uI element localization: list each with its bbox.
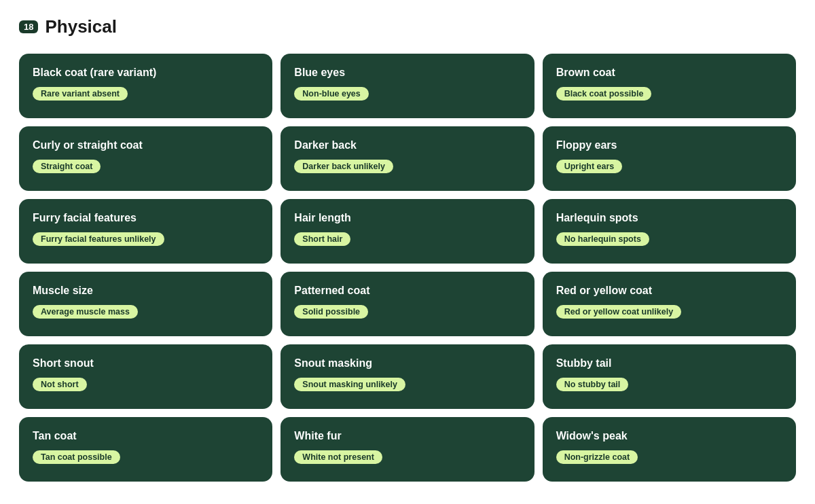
trait-badge: Snout masking unlikely xyxy=(294,378,405,391)
trait-badge: Black coat possible xyxy=(556,87,652,101)
trait-card-muscle-size: Muscle sizeAverage muscle mass xyxy=(19,272,272,336)
trait-title: Hair length xyxy=(294,211,520,226)
section-badge: 18 xyxy=(19,20,38,33)
trait-card-floppy-ears: Floppy earsUpright ears xyxy=(543,126,796,191)
trait-card-hair-length: Hair lengthShort hair xyxy=(280,199,534,264)
trait-card-widows-peak: Widow's peakNon-grizzle coat xyxy=(543,417,796,482)
trait-badge: Not short xyxy=(33,378,87,391)
trait-card-red-yellow-coat: Red or yellow coatRed or yellow coat unl… xyxy=(543,272,796,336)
trait-badge: Upright ears xyxy=(556,160,623,173)
trait-title: Snout masking xyxy=(294,357,520,371)
trait-badge: Rare variant absent xyxy=(33,87,128,101)
trait-title: Short snout xyxy=(33,357,259,371)
trait-title: White fur xyxy=(294,429,520,444)
trait-badge: Non-grizzle coat xyxy=(556,450,638,464)
trait-title: Curly or straight coat xyxy=(33,139,259,153)
trait-badge: Non-blue eyes xyxy=(294,87,368,101)
trait-badge: Darker back unlikely xyxy=(294,160,393,173)
trait-card-patterned-coat: Patterned coatSolid possible xyxy=(280,272,534,336)
page-header: 18 Physical xyxy=(19,16,796,37)
trait-card-stubby-tail: Stubby tailNo stubby tail xyxy=(543,344,796,409)
trait-badge: Straight coat xyxy=(33,160,101,173)
trait-title: Widow's peak xyxy=(556,429,782,444)
trait-card-blue-eyes: Blue eyesNon-blue eyes xyxy=(280,54,534,118)
trait-badge: Short hair xyxy=(294,232,350,246)
trait-title: Tan coat xyxy=(33,429,259,444)
trait-card-tan-coat: Tan coatTan coat possible xyxy=(19,417,272,482)
trait-card-white-fur: White furWhite not present xyxy=(280,417,534,482)
trait-card-short-snout: Short snoutNot short xyxy=(19,344,272,409)
trait-title: Darker back xyxy=(294,139,520,153)
trait-badge: Furry facial features unlikely xyxy=(33,232,164,246)
traits-grid: Black coat (rare variant)Rare variant ab… xyxy=(19,54,796,482)
trait-title: Black coat (rare variant) xyxy=(33,66,259,80)
trait-card-harlequin-spots: Harlequin spotsNo harlequin spots xyxy=(543,199,796,264)
trait-card-curly-straight-coat: Curly or straight coatStraight coat xyxy=(19,126,272,191)
trait-title: Blue eyes xyxy=(294,66,520,80)
trait-card-brown-coat: Brown coatBlack coat possible xyxy=(543,54,796,118)
trait-badge: Red or yellow coat unlikely xyxy=(556,305,681,319)
trait-title: Patterned coat xyxy=(294,284,520,298)
trait-title: Harlequin spots xyxy=(556,211,782,226)
trait-card-furry-facial: Furry facial featuresFurry facial featur… xyxy=(19,199,272,264)
page-title: Physical xyxy=(45,16,117,37)
trait-badge: White not present xyxy=(294,450,382,464)
trait-badge: Tan coat possible xyxy=(33,450,120,464)
trait-title: Floppy ears xyxy=(556,139,782,153)
trait-title: Red or yellow coat xyxy=(556,284,782,298)
trait-card-darker-back: Darker backDarker back unlikely xyxy=(280,126,534,191)
trait-badge: No harlequin spots xyxy=(556,232,649,246)
trait-title: Brown coat xyxy=(556,66,782,80)
trait-title: Furry facial features xyxy=(33,211,259,226)
trait-title: Stubby tail xyxy=(556,357,782,371)
trait-badge: No stubby tail xyxy=(556,378,629,391)
trait-card-black-coat-rare: Black coat (rare variant)Rare variant ab… xyxy=(19,54,272,118)
trait-badge: Solid possible xyxy=(294,305,368,319)
trait-title: Muscle size xyxy=(33,284,259,298)
trait-card-snout-masking: Snout maskingSnout masking unlikely xyxy=(280,344,534,409)
trait-badge: Average muscle mass xyxy=(33,305,138,319)
